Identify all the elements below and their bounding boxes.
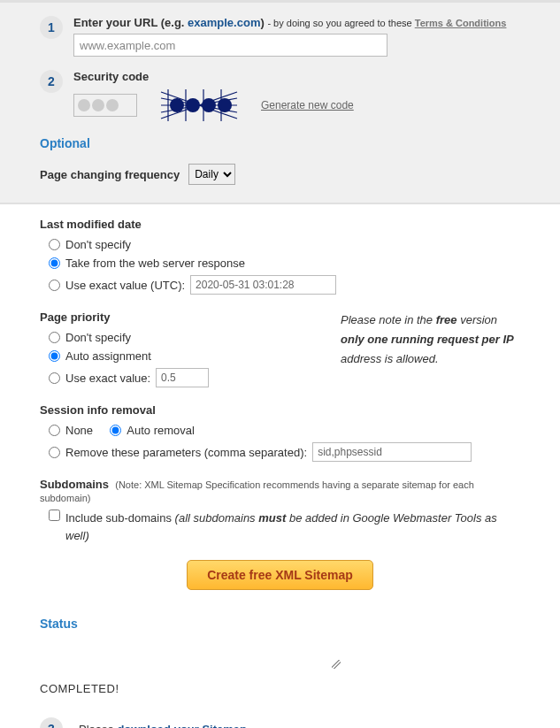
step-number-2: 2 <box>40 70 63 93</box>
svg-point-11 <box>202 98 216 112</box>
pp-opt2: Auto assignment <box>65 349 151 363</box>
priority-group: Page priority Don't specify Auto assignm… <box>40 310 314 387</box>
frequency-label: Page changing frequency <box>40 168 180 181</box>
download-sitemap-link[interactable]: download your Sitemap <box>117 723 247 729</box>
terms-link[interactable]: Terms & Conditions <box>415 18 507 28</box>
lm-opt2: Take from the web server response <box>65 257 245 270</box>
status-heading: Status <box>40 617 520 631</box>
frequency-row: Page changing frequency Daily <box>40 164 520 185</box>
lm-opt3: Use exact value (UTC): <box>65 279 185 292</box>
pp-opt3: Use exact value: <box>65 372 150 385</box>
version-note: Please note in the free version only one… <box>341 310 520 403</box>
svg-point-10 <box>186 98 200 112</box>
ss-params-input[interactable] <box>312 442 472 462</box>
subdomains-group: Subdomains (Note: XML Sitemap Specificat… <box>40 478 520 544</box>
example-link[interactable]: example.com <box>188 16 260 29</box>
lm-exact-input[interactable] <box>190 275 336 295</box>
url-input[interactable] <box>73 34 387 57</box>
lm-radio-none[interactable] <box>49 239 60 250</box>
lm-opt1: Don't specify <box>65 238 131 251</box>
step-number-1: 1 <box>40 16 63 39</box>
include-subdomains-label: Include sub-domains (all subdomains must… <box>65 510 520 544</box>
session-label: Session info removal <box>40 403 520 417</box>
svg-point-9 <box>170 98 184 112</box>
step-3: 3 Please download your Sitemap <box>40 717 520 728</box>
ss-radio-none[interactable] <box>49 425 60 436</box>
subdomains-label: Subdomains (Note: XML Sitemap Specificat… <box>40 478 520 504</box>
please-text: Please <box>79 723 117 729</box>
include-subdomains-checkbox[interactable] <box>49 510 60 521</box>
resize-handle-icon <box>40 653 341 669</box>
pp-radio-none[interactable] <box>49 332 60 343</box>
frequency-select[interactable]: Daily <box>188 164 235 185</box>
captcha-input[interactable] <box>73 94 137 117</box>
create-sitemap-button[interactable]: Create free XML Sitemap <box>187 560 373 590</box>
step-2: 2 Security code <box>40 70 520 123</box>
url-label: Enter your URL (e.g. example.com) - by d… <box>73 16 520 29</box>
lm-radio-exact[interactable] <box>49 280 60 291</box>
step-number-3: 3 <box>40 717 63 728</box>
session-group: Session info removal None Auto removal R… <box>40 403 520 462</box>
step-1: 1 Enter your URL (e.g. example.com) - by… <box>40 16 520 57</box>
optional-heading: Optional <box>40 136 520 150</box>
main-form-section: 1 Enter your URL (e.g. example.com) - by… <box>0 3 560 204</box>
security-label: Security code <box>73 70 520 83</box>
lm-radio-server[interactable] <box>49 257 60 269</box>
ss-radio-auto[interactable] <box>110 425 121 436</box>
svg-point-12 <box>218 98 232 112</box>
generate-code-link[interactable]: Generate new code <box>261 99 354 111</box>
priority-label: Page priority <box>40 310 314 324</box>
ss-opt1: None <box>65 424 93 437</box>
status-section: Status COMPLETED! 3 Please download your… <box>0 608 560 728</box>
ss-radio-params[interactable] <box>49 447 60 458</box>
ss-opt3: Remove these parameters (comma separated… <box>65 446 307 459</box>
captcha-image <box>159 88 239 123</box>
pp-exact-input[interactable] <box>156 368 209 387</box>
options-section: Last modified date Don't specify Take fr… <box>0 204 560 608</box>
pp-opt1: Don't specify <box>65 331 131 344</box>
ss-opt2: Auto removal <box>127 424 195 437</box>
last-modified-group: Last modified date Don't specify Take fr… <box>40 218 520 295</box>
completed-text: COMPLETED! <box>40 682 520 695</box>
pp-radio-auto[interactable] <box>49 350 60 362</box>
pp-radio-exact[interactable] <box>49 372 60 384</box>
last-modified-label: Last modified date <box>40 218 520 231</box>
